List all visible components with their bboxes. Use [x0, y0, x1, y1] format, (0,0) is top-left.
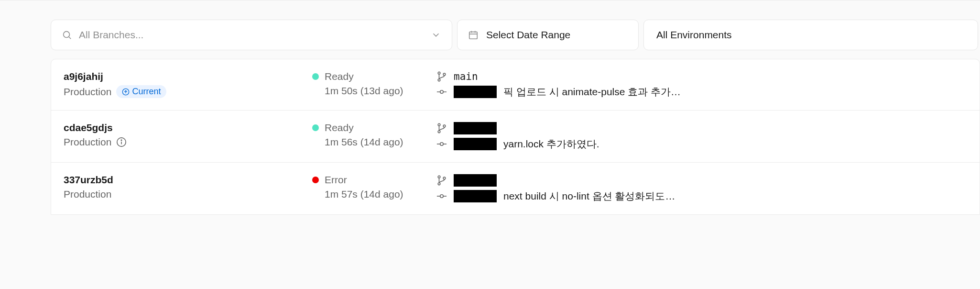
svg-point-20: [440, 143, 443, 145]
deployment-commit-col: main 픽 업로드 시 animate-pulse 효과 추가…: [436, 71, 967, 99]
git-commit-icon: [436, 191, 447, 201]
svg-point-25: [443, 177, 446, 179]
svg-point-19: [443, 125, 446, 127]
git-commit-icon: [436, 87, 447, 97]
git-commit-icon: [436, 139, 447, 149]
deployment-commit-col: next build 시 no-lint 옵션 활성화되도…: [436, 174, 967, 203]
deployments-page: All Branches... Select Date Range All En…: [0, 0, 980, 215]
svg-line-1: [69, 37, 71, 39]
svg-rect-2: [469, 32, 478, 39]
commit-hash-redacted: [454, 190, 497, 202]
search-icon: [62, 30, 72, 40]
status-text: Ready: [325, 122, 354, 133]
deployment-info: a9j6jahij Production Current: [64, 71, 312, 98]
deployment-row[interactable]: 337urzb5d Production Error 1m 57s (14d a…: [51, 163, 980, 214]
deployment-id: cdae5gdjs: [64, 122, 312, 133]
deployment-id: 337urzb5d: [64, 174, 312, 186]
commit-message: next build 시 no-lint 옵션 활성화되도…: [503, 189, 675, 203]
deployment-info: cdae5gdjs Production: [64, 122, 312, 148]
svg-point-24: [438, 183, 440, 185]
git-branch-icon: [436, 71, 447, 82]
deployment-duration: 1m 57s (14d ago): [312, 189, 436, 200]
svg-point-16: [121, 140, 122, 140]
status-dot-ready: [312, 73, 319, 80]
deployment-commit-col: yarn.lock 추가하였다.: [436, 122, 967, 151]
branch-filter-placeholder: All Branches...: [79, 29, 143, 41]
git-branch-icon: [436, 123, 447, 133]
svg-point-18: [438, 131, 440, 133]
branch-name: main: [454, 71, 478, 82]
svg-point-10: [443, 73, 446, 76]
commit-hash-redacted: [454, 138, 497, 150]
calendar-icon: [468, 30, 479, 40]
current-badge: Current: [116, 85, 166, 98]
deployment-env: Production: [64, 86, 111, 98]
deployment-env: Production: [64, 189, 111, 200]
svg-point-9: [438, 79, 440, 81]
svg-point-17: [438, 123, 440, 126]
svg-point-8: [438, 72, 440, 74]
branch-filter[interactable]: All Branches...: [51, 20, 452, 50]
deployment-status-col: Error 1m 57s (14d ago): [312, 174, 436, 200]
svg-point-11: [440, 90, 443, 93]
filter-bar: All Branches... Select Date Range All En…: [51, 20, 980, 50]
date-range-label: Select Date Range: [486, 29, 570, 41]
status-text: Error: [325, 174, 347, 186]
date-range-filter[interactable]: Select Date Range: [457, 20, 639, 50]
promote-icon: [122, 88, 130, 96]
commit-message: 픽 업로드 시 animate-pulse 효과 추가…: [503, 85, 681, 99]
deployment-duration: 1m 56s (14d ago): [312, 136, 436, 148]
deployment-row[interactable]: a9j6jahij Production Current Ready 1m 50…: [51, 59, 980, 111]
svg-point-0: [64, 32, 70, 38]
commit-hash-redacted: [454, 86, 497, 98]
svg-point-26: [440, 195, 443, 198]
deployment-info: 337urzb5d Production: [64, 174, 312, 200]
deployment-status-col: Ready 1m 50s (13d ago): [312, 71, 436, 97]
deployment-duration: 1m 50s (13d ago): [312, 85, 436, 97]
svg-point-23: [438, 176, 440, 178]
environment-filter-label: All Environments: [656, 29, 732, 41]
deployment-status-col: Ready 1m 56s (14d ago): [312, 122, 436, 148]
branch-name-redacted: [454, 122, 497, 134]
status-dot-ready: [312, 124, 319, 131]
chevron-down-icon: [431, 30, 441, 40]
status-text: Ready: [325, 71, 354, 82]
deployment-row[interactable]: cdae5gdjs Production Ready 1m 56s (14d a…: [51, 111, 980, 163]
info-icon[interactable]: [116, 137, 127, 147]
environment-filter[interactable]: All Environments: [643, 20, 978, 50]
branch-name-redacted: [454, 174, 497, 187]
deployment-id: a9j6jahij: [64, 71, 312, 82]
deployments-list: a9j6jahij Production Current Ready 1m 50…: [51, 59, 980, 215]
deployment-env: Production: [64, 136, 111, 148]
status-dot-error: [312, 177, 319, 183]
git-branch-icon: [436, 175, 447, 186]
commit-message: yarn.lock 추가하였다.: [503, 137, 599, 151]
